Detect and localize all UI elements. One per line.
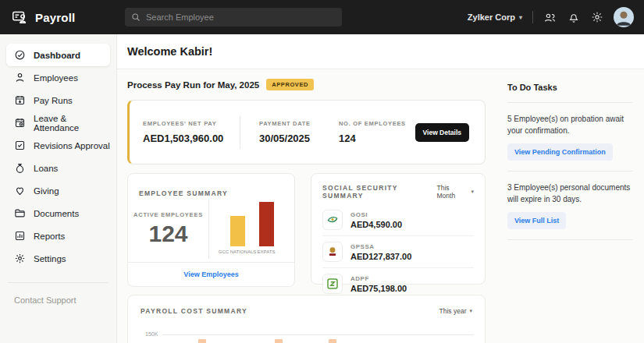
gpssa-logo: [322, 242, 343, 262]
social-security-entry: GOSI AED4,590.00: [350, 211, 402, 229]
sidebar-item-label: Loans: [34, 164, 58, 173]
payruns-calendar-icon: [14, 94, 26, 106]
sidebar-item-documents[interactable]: Documents: [6, 202, 110, 225]
adpf-logo: [322, 274, 343, 294]
sidebar-item-giving[interactable]: Giving: [6, 179, 110, 202]
payment-date-value: 30/05/2025: [259, 133, 339, 144]
payroll-dashboard: Payroll Zylker Corp ▾: [0, 0, 644, 343]
sidebar: Dashboard Employees Pay Runs: [0, 34, 117, 343]
employee-summary-card: EMPLOYEE SUMMARY ACTIVE EMPLOYEES 124 GC…: [127, 173, 295, 287]
scheme-name: ADPF: [350, 275, 407, 282]
sidebar-item-label: Revisions Approval: [34, 141, 110, 150]
cost-bar: [329, 339, 336, 343]
view-pending-confirmation-button[interactable]: View Pending Confirmation: [507, 143, 613, 161]
bar-expats: [259, 202, 274, 246]
employee-count-field: NO. OF EMPLOYEES 124: [339, 120, 415, 144]
payrun-heading: Process Pay Run for May, 2025 APPROVED: [127, 79, 314, 90]
payroll-cost-title: PAYROLL COST SUMMARY: [141, 307, 247, 315]
todo-divider: [507, 102, 632, 103]
sidebar-item-revisions-approval[interactable]: Revisions Approval: [6, 134, 110, 157]
todo-divider: [507, 171, 632, 172]
view-full-list-button[interactable]: View Full List: [507, 212, 566, 229]
scheme-amount: AED4,590.00: [350, 220, 402, 229]
sidebar-item-dashboard[interactable]: Dashboard: [6, 44, 110, 66]
search-icon: [131, 12, 141, 22]
settings-gear-icon[interactable]: [590, 11, 603, 24]
org-caret-icon: ▾: [519, 14, 522, 21]
net-pay-field: EMPLOYEES' NET PAY AED1,503,960.00: [143, 120, 240, 144]
social-security-header: SOCIAL SECURITY SUMMARY This Month ▾: [311, 174, 485, 204]
leave-calendar-clock-icon: [14, 117, 26, 129]
sidebar-item-label: Giving: [34, 186, 59, 196]
sidebar-item-loans[interactable]: Loans: [6, 157, 110, 179]
search-box[interactable]: [125, 8, 342, 27]
payment-date-field: PAYMENT DATE 30/05/2025: [259, 120, 339, 144]
todo-divider: [507, 239, 632, 240]
social-security-row-gosi: GOSI AED4,590.00: [322, 204, 474, 235]
sidebar-item-pay-runs[interactable]: Pay Runs: [6, 89, 110, 111]
gridline-150k: [162, 334, 474, 335]
org-switcher[interactable]: Zylker Corp ▾: [468, 12, 522, 22]
sidebar-item-label: Pay Runs: [34, 96, 73, 105]
welcome-header: Welcome Kabir!: [117, 34, 644, 69]
payroll-cost-header: PAYROLL COST SUMMARY This year ▾: [128, 295, 485, 315]
sidebar-item-leave-attendance[interactable]: Leave & Attendance: [6, 111, 110, 134]
bar-label: GCC NATIONALS: [219, 249, 257, 254]
topbar-right-cluster: Zylker Corp ▾: [468, 0, 634, 34]
sidebar-item-reports[interactable]: Reports: [6, 225, 110, 247]
sidebar-item-employees[interactable]: Employees: [6, 66, 110, 89]
period-value: This Month: [437, 184, 468, 200]
gosi-logo: [322, 210, 343, 230]
payroll-cost-period-select[interactable]: This year ▾: [439, 307, 472, 315]
payrun-field-divider: [240, 116, 240, 149]
active-employees-count: 124: [148, 221, 187, 247]
sidebar-item-settings[interactable]: Settings: [6, 247, 110, 270]
sidebar-item-label: Employees: [34, 73, 78, 83]
bar-label: EXPATS: [258, 249, 276, 254]
social-security-row-gpssa: GPSSA AED127,837.00: [322, 235, 474, 267]
net-pay-label: EMPLOYEES' NET PAY: [143, 120, 240, 127]
user-avatar[interactable]: [614, 7, 634, 27]
todo-task-documents-expiry: 3 Employee(s) personal documents will ex…: [507, 182, 632, 229]
sidebar-item-label: Documents: [34, 209, 79, 218]
contact-support-link[interactable]: Contact Support: [14, 295, 116, 305]
chevron-down-icon: ▾: [471, 189, 474, 195]
app-logo: Payroll: [11, 0, 75, 34]
loans-moneybag-icon: [14, 162, 26, 174]
cost-bar: [275, 339, 283, 343]
search-input[interactable]: [146, 12, 336, 22]
dashboard-gauge-icon: [14, 49, 26, 61]
payroll-cost-card: PAYROLL COST SUMMARY This year ▾ 150K: [127, 295, 486, 343]
todo-task-text: 3 Employee(s) personal documents will ex…: [507, 182, 632, 205]
employee-summary-footer: View Employees: [128, 262, 294, 286]
scheme-amount: AED75,198.00: [350, 284, 407, 293]
view-details-button[interactable]: View Details: [415, 123, 469, 142]
employee-summary-body: ACTIVE EMPLOYEES 124 GCC NATIONALSEXPATS: [128, 194, 294, 263]
scheme-name: GOSI: [350, 211, 402, 218]
sidebar-divider: [8, 282, 109, 283]
status-badge: APPROVED: [266, 79, 314, 90]
payroll-cost-chart: 150K: [128, 330, 485, 343]
view-employees-link[interactable]: View Employees: [183, 271, 238, 278]
y-axis-tick-150k: 150K: [145, 331, 158, 337]
sidebar-item-label: Reports: [34, 232, 65, 241]
bar-gcc-nationals: [230, 216, 245, 246]
todo-title: To Do Tasks: [507, 83, 632, 92]
social-security-entry: GPSSA AED127,837.00: [350, 243, 411, 261]
topbar-divider: [532, 11, 533, 23]
net-pay-value: AED1,503,960.00: [143, 133, 240, 144]
top-bar: Payroll Zylker Corp ▾: [0, 0, 644, 34]
documents-folder-icon: [14, 207, 26, 219]
period-value: This year: [439, 307, 467, 315]
employee-count-value: 124: [339, 133, 415, 144]
users-icon[interactable]: [543, 11, 557, 24]
notifications-bell-icon[interactable]: [567, 11, 580, 24]
todo-task-probation: 5 Employee(s) on probation await your co…: [507, 113, 632, 161]
active-employees-stat: ACTIVE EMPLOYEES 124: [128, 194, 208, 263]
payroll-logo-icon: [11, 9, 28, 26]
app-name: Payroll: [35, 11, 75, 24]
social-security-period-select[interactable]: This Month ▾: [437, 184, 474, 200]
payrun-title: Process Pay Run for May, 2025: [127, 80, 259, 90]
sidebar-item-label: Dashboard: [34, 51, 80, 60]
todo-task-text: 5 Employee(s) on probation await your co…: [507, 113, 632, 136]
